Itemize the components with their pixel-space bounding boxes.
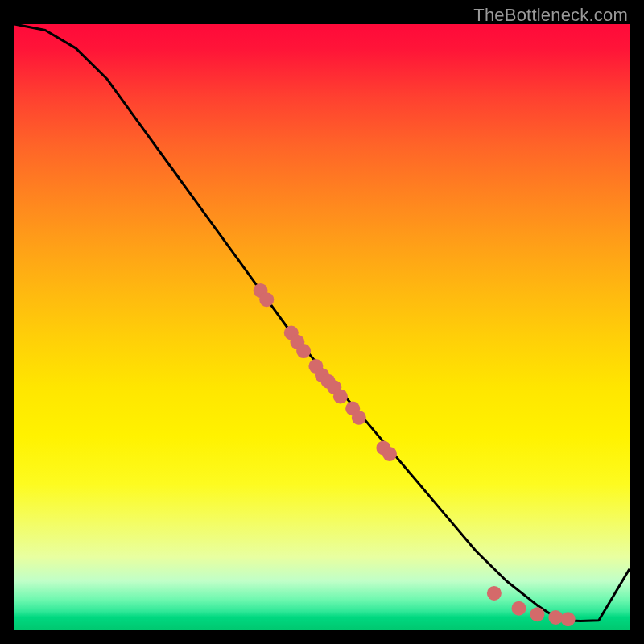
marker-dot [259, 292, 274, 307]
chart-plot-area [14, 24, 630, 630]
marker-group [254, 283, 576, 626]
marker-dot [561, 612, 576, 626]
bottleneck-curve [14, 24, 630, 621]
marker-dot [512, 601, 526, 616]
marker-dot [352, 411, 366, 425]
marker-dot [530, 607, 544, 621]
marker-dot [296, 344, 311, 358]
marker-dot [487, 586, 502, 601]
marker-dot [333, 390, 348, 404]
chart-svg [14, 24, 630, 630]
marker-dot [382, 447, 397, 461]
marker-dot [548, 610, 563, 625]
attribution-text: TheBottleneck.com [473, 5, 628, 26]
